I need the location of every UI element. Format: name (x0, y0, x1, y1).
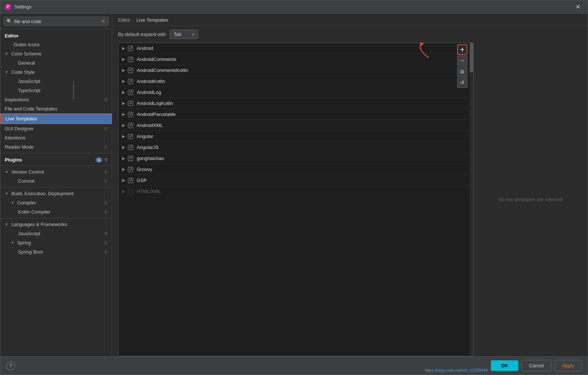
search-box: 🔍 ✕ (0, 14, 112, 29)
spring-group: ▼ Spring (11, 240, 31, 245)
sidebar-item-spring-boot[interactable]: Spring Boot ⧉ (0, 247, 112, 256)
android-kotlin-checkbox[interactable] (128, 79, 133, 84)
expand-select[interactable]: Tab Enter Space (170, 30, 198, 39)
groovy-label: Groovy (137, 167, 152, 172)
breadcrumb: Editor › Live Templates (112, 14, 588, 26)
android-comments-kotlin-checkbox[interactable] (128, 68, 133, 73)
template-group-android-comments-kotlin[interactable]: ▶ AndroidCommentsKotlin (118, 65, 469, 76)
expand-select-wrapper: Tab Enter Space (170, 30, 198, 39)
gonghaichao-checkbox[interactable] (128, 156, 133, 161)
code-style-group: ▼ Code Style (5, 69, 35, 75)
sidebar-item-version-control[interactable]: ▼ Version Control ⧉ (0, 167, 112, 176)
sidebar-item-color-scheme[interactable]: ▼ Color Scheme (0, 49, 112, 58)
templates-scroll[interactable]: ▶ Android ▶ AndroidComments ▶ And (118, 43, 473, 356)
sidebar-item-inspections[interactable]: Inspections ⧉ (0, 95, 112, 104)
template-group-gsp[interactable]: ▶ GSP (118, 175, 469, 186)
titlebar: P Settings ✕ (0, 0, 588, 14)
spring-boot-label: Spring Boot (18, 249, 43, 255)
html-xml-checkbox[interactable] (128, 189, 133, 194)
search-input[interactable] (14, 19, 101, 24)
sidebar-item-gui-designer[interactable]: GUI Designer ⧉ (0, 124, 112, 133)
groovy-checkbox[interactable] (128, 167, 133, 172)
angular-label: Angular (137, 134, 153, 139)
template-group-groovy[interactable]: ▶ Groovy (118, 164, 469, 175)
sidebar-item-compiler[interactable]: ▼ Compiler ⧉ (0, 198, 112, 207)
ok-button[interactable]: OK (491, 360, 519, 371)
android-comments-checkbox[interactable] (128, 57, 133, 62)
android-checkbox[interactable] (128, 46, 133, 51)
sidebar-item-spring[interactable]: ▼ Spring ⧉ (0, 238, 112, 247)
android-xml-checkbox[interactable] (128, 123, 133, 128)
sidebar-item-kotlin-compiler[interactable]: Kotlin Compiler ⧉ (0, 207, 112, 216)
plugins-badge: 1 (96, 157, 102, 163)
template-group-android-log[interactable]: ▶ AndroidLog (118, 87, 469, 98)
remove-template-button[interactable]: − (457, 55, 467, 66)
search-icon: 🔍 (7, 19, 12, 24)
html-xml-label: HTML/XML (137, 189, 161, 194)
vc-chevron: ▼ (5, 170, 8, 174)
code-style-label: Code Style (11, 69, 35, 75)
sidebar-item-gutter-icons[interactable]: Gutter Icons (0, 40, 112, 49)
template-group-angular[interactable]: ▶ Angular (118, 131, 469, 142)
intentions-label: Intentions (5, 135, 25, 141)
sidebar-item-javascript[interactable]: JavaScript (0, 77, 112, 86)
divider-plugins (0, 153, 112, 153)
sidebar-item-code-style[interactable]: ▼ Code Style (0, 68, 112, 77)
expand-label: By default expand with (118, 32, 166, 37)
template-group-android-xml[interactable]: ▶ AndroidXML (118, 120, 469, 131)
sidebar-item-general[interactable]: General (0, 58, 112, 68)
angular-js-checkbox[interactable] (128, 145, 133, 150)
sidebar-item-build[interactable]: ▼ Build, Execution, Deployment (0, 189, 112, 198)
android-chevron: ▶ (122, 46, 125, 51)
search-input-wrap: 🔍 ✕ (3, 17, 109, 26)
main-panel: Editor › Live Templates By default expan… (112, 14, 588, 356)
close-button[interactable]: ✕ (573, 2, 583, 12)
sidebar-item-commit[interactable]: Commit ⧉ (0, 176, 112, 186)
angular-checkbox[interactable] (128, 134, 133, 139)
clear-search-button[interactable]: ✕ (101, 18, 106, 24)
sidebar-item-intentions[interactable]: Intentions (0, 133, 112, 142)
template-group-android-kotlin[interactable]: ▶ AndroidKotlin (118, 76, 469, 87)
compiler-copy-icon: ⧉ (104, 200, 107, 205)
color-scheme-label: Color Scheme (11, 51, 41, 57)
sidebar-item-file-code-templates[interactable]: File and Code Templates (0, 104, 112, 113)
scrollbar-thumb (470, 43, 473, 72)
sidebar-item-live-templates[interactable]: Live Templates (0, 113, 112, 124)
android-xml-label: AndroidXML (137, 123, 163, 128)
sidebar-item-javascript-lang[interactable]: JavaScript ⧉ (0, 229, 112, 238)
template-group-angular-js[interactable]: ▶ AngularJS (118, 142, 469, 153)
cancel-button[interactable]: Cancel (521, 360, 551, 371)
content-area: ▶ Android ▶ AndroidComments ▶ And (112, 43, 588, 356)
sidebar-item-languages[interactable]: ▼ Languages & Frameworks (0, 220, 112, 229)
groovy-chevron: ▶ (122, 167, 125, 172)
javascript-lang-copy-icon: ⧉ (104, 231, 107, 236)
sidebar-item-reader-mode[interactable]: Reader Mode ⧉ (0, 142, 112, 152)
gsp-checkbox[interactable] (128, 178, 133, 183)
code-style-chevron: ▼ (5, 70, 8, 74)
sidebar-list: Editor Gutter Icons ▼ Color Scheme Gener… (0, 29, 112, 356)
android-parcelable-checkbox[interactable] (128, 112, 133, 117)
sidebar-item-typescript[interactable]: TypeScript (0, 86, 112, 95)
color-scheme-group: ▼ Color Scheme (5, 51, 41, 57)
android-log-checkbox[interactable] (128, 90, 133, 95)
divider-build (0, 187, 112, 188)
template-group-gonghaichao[interactable]: ▶ gonghaichao (118, 153, 469, 164)
android-log-kotlin-checkbox[interactable] (128, 101, 133, 106)
divider-vc (0, 165, 112, 166)
bottom-right: https://blog.csdn.net/m0_52283848 OK Can… (488, 360, 582, 371)
spring-label: Spring (17, 240, 31, 245)
template-group-html-xml[interactable]: ▶ HTML/XML (118, 186, 469, 197)
template-group-android[interactable]: ▶ Android (118, 43, 469, 54)
template-group-android-parcelable[interactable]: ▶ AndroidParcelable (118, 109, 469, 120)
bottom-left: ? (6, 361, 15, 370)
help-button[interactable]: ? (6, 361, 15, 370)
apply-button[interactable]: Apply (554, 360, 582, 371)
add-template-button[interactable]: + (457, 44, 467, 55)
live-templates-label: Live Templates (5, 116, 37, 121)
android-parcelable-label: AndroidParcelable (137, 112, 176, 117)
template-group-android-comments[interactable]: ▶ AndroidComments (118, 54, 469, 65)
main-content: 🔍 ✕ Editor Gutter Icons ▼ Color Scheme (0, 14, 588, 356)
copy-template-button[interactable]: ⧉ (457, 66, 467, 77)
template-group-android-log-kotlin[interactable]: ▶ AndroidLogKotlin (118, 98, 469, 109)
reset-template-button[interactable]: ↺ (457, 77, 467, 88)
